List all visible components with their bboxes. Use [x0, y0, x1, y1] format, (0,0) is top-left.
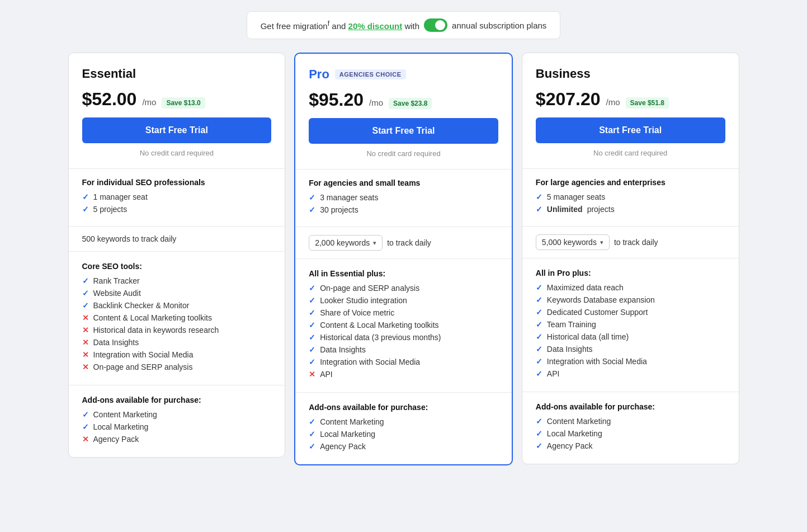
- check-icon: ✓: [309, 442, 315, 451]
- list-item: ✓Keywords Database expansion: [536, 295, 725, 304]
- check-icon: ✓: [309, 357, 315, 366]
- list-item: ✓Dedicated Customer Support: [536, 308, 725, 317]
- plan-title-row-pro: ProAGENCIES CHOICE: [309, 67, 498, 82]
- list-item: ✕Content & Local Marketing toolkits: [82, 313, 272, 322]
- list-item: ✓Integration with Social Media: [309, 357, 498, 366]
- keywords-dropdown-business[interactable]: 5,000 keywords▾: [536, 234, 610, 250]
- no-card-text-business: No credit card required: [536, 149, 725, 159]
- list-item: ✓Integration with Social Media: [536, 357, 725, 366]
- cta-button-business[interactable]: Start Free Trial: [536, 117, 725, 143]
- check-icon: ✓: [82, 289, 89, 298]
- addons-list-business: ✓Content Marketing✓Local Marketing✓Agenc…: [536, 417, 725, 450]
- keywords-dropdown-pro[interactable]: 2,000 keywords▾: [309, 235, 383, 251]
- save-badge-essential: Save $13.0: [162, 97, 205, 109]
- check-icon: ✓: [536, 283, 542, 292]
- list-item: ✓Content Marketing: [536, 417, 725, 426]
- cta-button-essential[interactable]: Start Free Trial: [82, 117, 272, 143]
- check-icon: ✓: [536, 308, 542, 317]
- price-row-pro: $95.20/moSave $23.8: [309, 90, 498, 110]
- chevron-down-icon: ▾: [373, 239, 376, 247]
- list-item: ✓Agency Pack: [536, 441, 725, 450]
- check-icon: ✓: [309, 193, 315, 202]
- check-icon: ✓: [82, 422, 89, 431]
- list-item: ✓Data Insights: [309, 345, 498, 354]
- check-icon: ✓: [309, 284, 315, 293]
- price-amount-pro: $95.20: [309, 90, 364, 110]
- core-title-pro: All in Essential plus:: [309, 269, 498, 278]
- price-row-business: $207.20/moSave $51.8: [536, 89, 725, 110]
- list-item: ✓Historical data (3 previous months): [309, 333, 498, 342]
- list-item: ✓1 manager seat: [82, 192, 272, 201]
- list-item: ✓Maximized data reach: [536, 283, 725, 292]
- list-item: ✓5 projects: [82, 205, 272, 214]
- toggle-knob: [435, 20, 445, 30]
- check-icon: ✓: [309, 345, 315, 354]
- list-item: ✓Historical data (all time): [536, 332, 725, 341]
- discount-highlight: 20% discount: [348, 21, 403, 31]
- addons-title-pro: Add-ons available for purchase:: [309, 403, 498, 412]
- keywords-static-essential: 500 keywords to track daily: [82, 234, 177, 243]
- card-desc-essential: For individual SEO professionals✓1 manag…: [69, 169, 285, 227]
- top-banner: Get free migrationf and 20% discount wit…: [247, 11, 561, 39]
- cross-icon: ✕: [82, 338, 89, 347]
- save-badge-pro: Save $23.8: [389, 98, 432, 109]
- list-item: ✓Local Marketing: [82, 422, 272, 431]
- list-item: ✕On-page and SERP analysis: [82, 362, 272, 371]
- list-item: ✓Content Marketing: [309, 417, 498, 426]
- list-item: ✓Share of Voice metric: [309, 308, 498, 317]
- list-item: ✓Content Marketing: [82, 410, 272, 419]
- check-icon: ✓: [536, 429, 542, 438]
- price-amount-essential: $52.00: [82, 89, 137, 110]
- addons-title-business: Add-ons available for purchase:: [536, 402, 725, 411]
- keywords-value: 2,000 keywords: [315, 238, 370, 247]
- keywords-value: 5,000 keywords: [542, 238, 597, 247]
- price-amount-business: $207.20: [536, 89, 601, 110]
- check-icon: ✓: [82, 205, 89, 214]
- seats-list-business: ✓5 manager seats✓Unlimited projects: [536, 192, 725, 214]
- list-item: ✓Content & Local Marketing toolkits: [309, 321, 498, 329]
- list-item: ✓Rank Tracker: [82, 276, 272, 285]
- list-item: ✓Local Marketing: [309, 430, 498, 439]
- core-list-essential: ✓Rank Tracker✓Website Audit✓Backlink Che…: [82, 276, 272, 371]
- addons-list-essential: ✓Content Marketing✓Local Marketing✕Agenc…: [82, 410, 272, 444]
- check-icon: ✓: [309, 430, 315, 439]
- keywords-suffix: to track daily: [387, 238, 431, 247]
- check-icon: ✓: [536, 332, 542, 341]
- check-icon: ✓: [309, 205, 315, 214]
- list-item: ✕Historical data in keywords research: [82, 326, 272, 335]
- check-icon: ✓: [536, 205, 542, 214]
- plan-name-pro: Pro: [309, 67, 329, 82]
- core-title-business: All in Pro plus:: [536, 269, 725, 277]
- check-icon: ✓: [536, 441, 542, 450]
- list-item: ✓Website Audit: [82, 289, 272, 298]
- banner-text: Get free migrationf and 20% discount wit…: [261, 20, 419, 31]
- core-title-essential: Core SEO tools:: [82, 262, 272, 271]
- check-icon: ✓: [82, 410, 89, 419]
- price-row-essential: $52.00/moSave $13.0: [82, 89, 272, 110]
- save-badge-business: Save $51.8: [626, 97, 669, 109]
- list-item: ✕Data Insights: [82, 338, 272, 347]
- annual-toggle[interactable]: [424, 18, 447, 32]
- core-section-business: All in Pro plus:✓Maximized data reach✓Ke…: [522, 258, 739, 392]
- price-period-business: /mo: [606, 97, 620, 107]
- chevron-down-icon: ▾: [600, 239, 603, 246]
- check-icon: ✓: [536, 320, 542, 329]
- core-list-pro: ✓On-page and SERP analysis✓Looker Studio…: [309, 284, 498, 379]
- core-section-pro: All in Essential plus:✓On-page and SERP …: [295, 259, 512, 393]
- cross-icon: ✕: [82, 435, 89, 444]
- plan-title-row-essential: Essential: [82, 67, 272, 81]
- plan-title-row-business: Business: [536, 67, 725, 81]
- list-item: ✓Team Training: [536, 320, 725, 329]
- core-list-business: ✓Maximized data reach✓Keywords Database …: [536, 283, 725, 378]
- check-icon: ✓: [309, 296, 315, 305]
- check-icon: ✓: [82, 192, 89, 201]
- cross-icon: ✕: [82, 362, 89, 371]
- desc-title-business: For large agencies and enterprises: [536, 178, 725, 187]
- cross-icon: ✕: [82, 313, 89, 322]
- check-icon: ✓: [82, 276, 89, 285]
- list-item: ✕API: [309, 370, 498, 379]
- check-icon: ✓: [82, 301, 89, 310]
- no-card-text-pro: No credit card required: [309, 149, 498, 160]
- cta-button-pro[interactable]: Start Free Trial: [309, 118, 498, 144]
- check-icon: ✓: [309, 417, 315, 426]
